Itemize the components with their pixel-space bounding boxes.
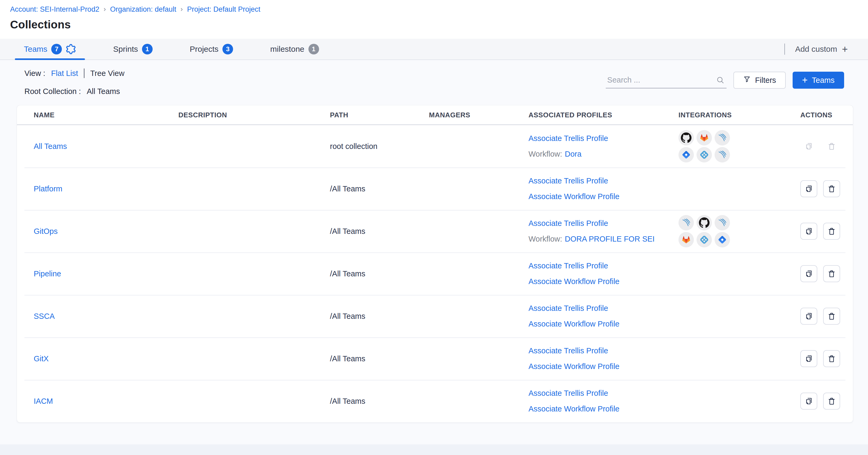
gitlab-icon [696,130,712,146]
associated-profiles-cell: Associate Trellis Profile Workflow: DORA… [528,219,679,243]
tab-teams-count-badge: 7 [51,44,62,54]
add-custom-button[interactable]: Add custom + [795,44,848,54]
column-header-associated-profiles: ASSOCIATED PROFILES [528,111,679,119]
breadcrumb-account-link[interactable]: Account: SEI-Internal-Prod2 [10,5,99,13]
tab-sprints[interactable]: Sprints 1 [104,39,161,59]
jira-icon [715,232,730,247]
collection-name-link[interactable]: All Teams [34,142,67,151]
actions-cell [800,180,853,197]
associated-profiles-cell: Associate Trellis Profile Associate Work… [528,304,679,328]
plus-icon: + [802,75,808,85]
delete-button[interactable] [823,350,840,367]
path-cell: /All Teams [330,397,429,406]
page-title: Collections [10,18,868,31]
jira-icon [679,147,694,162]
path-cell: /All Teams [330,354,429,363]
diamond-grid-icon [696,147,712,162]
workflow-profile-link[interactable]: Associate Workflow Profile [528,362,620,371]
breadcrumb-organization-link[interactable]: Organization: default [110,5,176,13]
table-row: GitX /All Teams Associate Trellis Profil… [17,337,853,380]
chevron-right-icon: › [103,5,106,13]
copy-button[interactable] [800,393,817,410]
copy-button[interactable] [800,223,817,240]
plus-icon: + [842,44,848,54]
copy-button[interactable] [800,350,817,367]
collections-table: NAME DESCRIPTION PATH MANAGERS ASSOCIATE… [17,105,853,422]
workflow-profile-link[interactable]: DORA PROFILE FOR SEI [565,235,655,243]
copy-button[interactable] [800,308,817,325]
flat-list-link[interactable]: Flat List [51,69,78,78]
associate-trellis-profile-link[interactable]: Associate Trellis Profile [528,389,608,397]
tab-milestone[interactable]: milestone 1 [261,39,328,59]
workflow-profile-link[interactable]: Associate Workflow Profile [528,192,620,201]
harness-icon [715,130,730,146]
table-row: GitOps /All Teams Associate Trellis Prof… [17,210,853,252]
page-header: Account: SEI-Internal-Prod2 › Organizati… [0,0,868,39]
workflow-profile-link[interactable]: Dora [565,150,582,158]
workflow-label: Workflow: [528,150,562,158]
collection-name-link[interactable]: Pipeline [34,269,61,278]
path-cell: /All Teams [330,184,429,193]
delete-button[interactable] [823,265,840,282]
delete-button[interactable] [823,180,840,197]
view-options: View : Flat List Tree View Root Collecti… [24,68,124,96]
associate-trellis-profile-link[interactable]: Associate Trellis Profile [528,304,608,312]
search-box [606,72,726,88]
tab-bar-divider [784,43,785,55]
table-row: SSCA /All Teams Associate Trellis Profil… [17,295,853,337]
column-header-path: PATH [330,111,429,119]
bottom-band [0,444,868,455]
tab-bar: Teams 7 Sprints 1 Projects 3 milestone 1 [0,39,868,60]
actions-cell [800,223,853,240]
tab-projects-label: Projects [190,44,218,54]
associated-profiles-cell: Associate Trellis Profile Associate Work… [528,262,679,286]
associate-trellis-profile-link[interactable]: Associate Trellis Profile [528,134,608,143]
breadcrumb-project-link[interactable]: Project: Default Project [187,5,260,13]
search-input[interactable] [606,75,709,84]
collection-name-link[interactable]: Platform [34,184,62,193]
tab-teams-label: Teams [24,44,47,54]
chevron-right-icon: › [181,5,183,13]
associate-trellis-profile-link[interactable]: Associate Trellis Profile [528,219,608,228]
actions-cell [800,308,853,325]
copy-button[interactable] [800,265,817,282]
associate-trellis-profile-link[interactable]: Associate Trellis Profile [528,262,608,270]
associate-trellis-profile-link[interactable]: Associate Trellis Profile [528,346,608,355]
add-teams-button[interactable]: + Teams [793,72,844,89]
collection-name-link[interactable]: GitX [34,354,49,363]
diamond-grid-icon [696,232,712,247]
column-header-integrations: INTEGRATIONS [679,111,800,119]
collection-name-link[interactable]: IACM [34,397,53,405]
delete-button[interactable] [823,223,840,240]
associated-profiles-cell: Associate Trellis Profile Associate Work… [528,346,679,371]
integrations-cell [679,215,800,247]
actions-cell [800,265,853,282]
collection-name-link[interactable]: SSCA [34,312,55,321]
tree-view-link[interactable]: Tree View [90,69,124,78]
actions-cell [800,350,853,367]
collection-name-link[interactable]: GitOps [34,227,58,236]
filters-button[interactable]: Filters [734,72,786,89]
actions-cell [800,393,853,410]
controls-row: View : Flat List Tree View Root Collecti… [0,60,868,96]
collections-page: Account: SEI-Internal-Prod2 › Organizati… [0,0,868,422]
workflow-profile-link[interactable]: Associate Workflow Profile [528,277,620,286]
add-teams-label: Teams [812,76,835,85]
github-icon [696,215,712,231]
copy-button[interactable] [800,180,817,197]
associate-trellis-profile-link[interactable]: Associate Trellis Profile [528,177,608,185]
workflow-profile-link[interactable]: Associate Workflow Profile [528,320,620,328]
workflow-profile-link[interactable]: Associate Workflow Profile [528,404,620,413]
gear-icon[interactable] [66,44,76,54]
delete-button[interactable] [823,308,840,325]
tab-teams[interactable]: Teams 7 [15,39,85,59]
path-cell: /All Teams [330,312,429,321]
search-icon [716,75,725,86]
table-header-row: NAME DESCRIPTION PATH MANAGERS ASSOCIATE… [17,105,853,125]
tab-projects[interactable]: Projects 3 [181,39,242,59]
integrations-cell [679,130,800,162]
delete-button[interactable] [823,393,840,410]
column-header-name: NAME [34,111,178,119]
filter-funnel-icon [743,75,751,85]
path-cell: /All Teams [330,227,429,236]
